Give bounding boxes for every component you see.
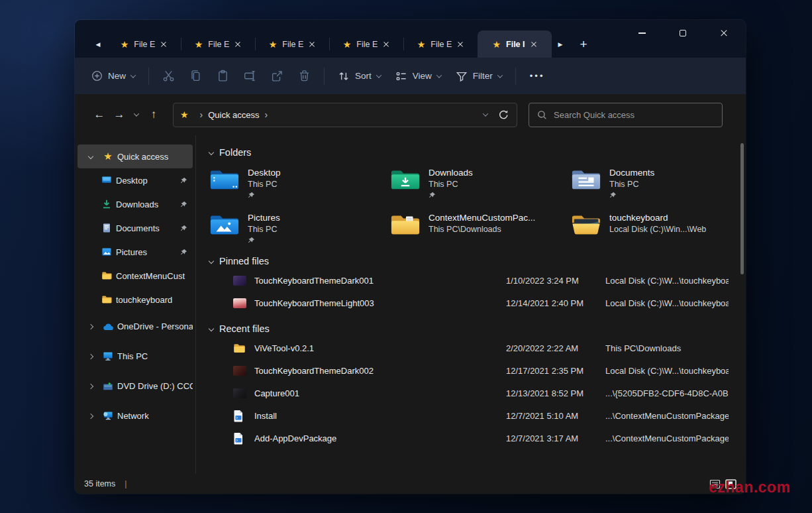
downloads-folder-icon xyxy=(390,167,421,192)
tile-name: ContextMenuCustomPac... xyxy=(429,213,535,223)
tab-close-icon[interactable] xyxy=(457,41,464,48)
sidebar-item-network[interactable]: Network xyxy=(77,401,193,431)
image-thumbnail xyxy=(233,366,246,376)
folder-tile-contextmenucustompac[interactable]: ContextMenuCustomPac... This PC\Download… xyxy=(390,212,571,247)
more-options-button[interactable]: ••• xyxy=(522,66,553,86)
recent-locations-button[interactable] xyxy=(129,113,144,117)
pin-icon xyxy=(180,177,187,184)
chevron-right-icon[interactable] xyxy=(88,353,93,359)
tab-scroll-right-icon[interactable]: ▶ xyxy=(552,30,569,58)
file-name: TouchKeyboardThemeDark001 xyxy=(254,276,506,286)
tab-star-icon: ★ xyxy=(343,40,352,49)
file-row-install[interactable]: Install 12/7/2021 5:10 AM ...\ContextMen… xyxy=(209,404,729,427)
filter-button[interactable]: Filter xyxy=(448,65,509,87)
sidebar-item-downloads[interactable]: Downloads xyxy=(77,192,193,216)
folder-tile-documents[interactable]: Documents This PC xyxy=(571,167,746,201)
image-thumbnail xyxy=(233,276,246,286)
sidebar-item-label: Pictures xyxy=(116,247,180,257)
folder-tile-pictures[interactable]: Pictures This PC xyxy=(209,212,390,247)
tab-close-icon[interactable] xyxy=(234,41,241,48)
forward-button[interactable]: → xyxy=(109,105,129,125)
tab-close-icon[interactable] xyxy=(531,41,537,48)
back-button[interactable]: ← xyxy=(89,105,109,125)
file-name: Capture001 xyxy=(254,388,506,398)
file-name: TouchKeyboardThemeLight003 xyxy=(254,298,506,308)
file-row-touchkeyboardthemelight003[interactable]: TouchKeyboardThemeLight003 12/14/2021 2:… xyxy=(209,292,729,314)
address-bar[interactable]: ★ › Quick access › xyxy=(173,103,517,127)
up-button[interactable]: ↑ xyxy=(144,105,164,125)
tab-star-icon: ★ xyxy=(269,40,278,49)
sidebar-item-touchkeyboard[interactable]: touchkeyboard xyxy=(77,288,193,312)
folder-icon xyxy=(97,294,116,305)
tab-star-icon: ★ xyxy=(121,40,129,49)
folder-tile-touchkeyboard[interactable]: touchkeyboard Local Disk (C:)\Win...\Web xyxy=(571,212,746,247)
tab-scroll-left-icon[interactable]: ◀ xyxy=(89,30,107,58)
status-bar: 35 items | xyxy=(75,474,746,494)
tab-file-explorer-4[interactable]: ★ File E xyxy=(329,30,403,58)
chevron-down-icon xyxy=(436,72,442,78)
sidebar-item-documents[interactable]: Documents xyxy=(77,216,193,240)
folder-tile-desktop[interactable]: Desktop This PC xyxy=(209,167,390,201)
minimize-button[interactable] xyxy=(633,26,650,40)
view-button[interactable]: View xyxy=(388,65,448,87)
new-button[interactable]: New xyxy=(84,65,142,87)
tab-close-icon[interactable] xyxy=(309,41,315,48)
desktop-icon xyxy=(97,175,116,186)
folder-tile-downloads[interactable]: Downloads This PC xyxy=(390,167,571,201)
file-row-touchkeyboardthemedark001[interactable]: TouchKeyboardThemeDark001 1/10/2022 3:24… xyxy=(209,269,729,292)
tab-close-icon[interactable] xyxy=(160,41,167,48)
sidebar-item-contextmenucust[interactable]: ContextMenuCust xyxy=(77,264,193,288)
chevron-right-icon[interactable] xyxy=(88,413,93,418)
pictures-icon xyxy=(97,247,116,257)
address-dropdown-icon[interactable] xyxy=(483,111,488,116)
chevron-right-icon[interactable] xyxy=(88,323,93,329)
file-row-touchkeyboardthemedark002[interactable]: TouchKeyboardThemeDark002 12/17/2021 2:3… xyxy=(209,359,729,382)
sidebar-item-this-pc[interactable]: This PC xyxy=(77,341,193,371)
sidebar-item-pictures[interactable]: Pictures xyxy=(77,240,193,264)
close-button[interactable] xyxy=(715,26,733,40)
file-row-add-appdevpackage[interactable]: Add-AppDevPackage 12/7/2021 3:17 AM ...\… xyxy=(209,427,729,449)
section-pinned-files[interactable]: Pinned files xyxy=(209,256,729,266)
sort-button[interactable]: Sort xyxy=(330,65,388,87)
sidebar-item-dvd-drive[interactable]: DVD Drive (D:) CCC xyxy=(77,371,193,401)
vertical-scrollbar[interactable] xyxy=(740,139,744,470)
section-recent-files[interactable]: Recent files xyxy=(209,323,729,334)
section-folders[interactable]: Folders xyxy=(209,147,729,158)
pin-icon xyxy=(180,225,187,232)
paste-button[interactable] xyxy=(209,64,236,87)
share-button[interactable] xyxy=(264,64,291,87)
sidebar-item-label: DVD Drive (D:) CCC xyxy=(117,381,193,391)
file-location: ...\{5205DFB2-CDF6-4D8C-A0B1-3... xyxy=(605,388,729,398)
tab-file-explorer-1[interactable]: ★ File E xyxy=(107,30,181,58)
sidebar-item-onedrive[interactable]: OneDrive - Personal xyxy=(77,312,193,341)
chevron-down-icon xyxy=(130,72,136,78)
quick-access-star-icon: ★ xyxy=(180,109,189,120)
section-title: Pinned files xyxy=(219,256,269,266)
sidebar-item-quick-access[interactable]: ★ Quick access xyxy=(77,144,193,168)
rename-button[interactable] xyxy=(236,64,264,87)
minimize-icon xyxy=(638,32,646,34)
breadcrumb-location[interactable]: Quick access xyxy=(208,110,259,120)
sidebar-item-desktop[interactable]: Desktop xyxy=(77,168,193,192)
cut-button[interactable] xyxy=(155,64,182,87)
file-location: This PC\Downloads xyxy=(605,343,729,353)
scrollbar-thumb[interactable] xyxy=(740,143,744,274)
tab-file-explorer-5[interactable]: ★ File E xyxy=(403,30,478,58)
chevron-down-icon[interactable] xyxy=(88,154,93,159)
tab-file-explorer-2[interactable]: ★ File E xyxy=(181,30,255,58)
new-tab-button[interactable]: + xyxy=(569,30,598,58)
maximize-button[interactable] xyxy=(674,26,691,40)
chevron-right-icon[interactable] xyxy=(88,383,93,388)
delete-button[interactable] xyxy=(291,64,318,87)
tab-file-explorer-active[interactable]: ★ File I xyxy=(478,30,552,58)
copy-button[interactable] xyxy=(182,64,209,87)
status-separator: | xyxy=(125,479,127,488)
search-input[interactable]: Search Quick access xyxy=(529,103,723,127)
breadcrumb-separator: › xyxy=(265,109,268,120)
pin-icon xyxy=(609,192,617,199)
refresh-icon[interactable] xyxy=(498,109,509,120)
tab-close-icon[interactable] xyxy=(383,41,389,48)
tab-file-explorer-3[interactable]: ★ File E xyxy=(255,30,329,58)
file-row-capture001[interactable]: Capture001 12/13/2021 8:52 PM ...\{5205D… xyxy=(209,382,729,404)
file-row-vivetool[interactable]: ViVeTool-v0.2.1 2/20/2022 2:22 AM This P… xyxy=(209,337,729,359)
